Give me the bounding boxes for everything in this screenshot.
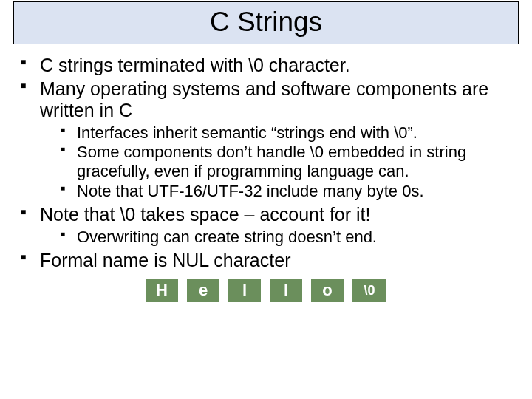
bullet-2-text: Many operating systems and software comp… <box>40 78 488 121</box>
bullet-3-sublist: Overwriting can create string doesn’t en… <box>40 228 519 247</box>
string-array: H e l l o \0 <box>13 279 519 302</box>
slide-content: C strings terminated with \0 character. … <box>13 55 519 302</box>
string-cell-4: o <box>311 279 344 302</box>
bullet-3-sub-1: Overwriting can create string doesn’t en… <box>61 228 519 247</box>
string-cell-2: l <box>228 279 261 302</box>
string-cell-1: e <box>187 279 219 302</box>
bullet-2-sub-1: Interfaces inherit semantic “strings end… <box>61 123 519 143</box>
bullet-2: Many operating systems and software comp… <box>21 78 519 202</box>
slide: C Strings C strings terminated with \0 c… <box>0 1 532 399</box>
bullet-2-sub-2: Some components don’t handle \0 embedded… <box>61 143 519 181</box>
slide-title: C Strings <box>14 7 518 38</box>
bullet-3: Note that \0 takes space – account for i… <box>21 204 519 246</box>
bullet-2-sub-3: Note that UTF-16/UTF-32 include many byt… <box>61 182 519 201</box>
bullet-2-sublist: Interfaces inherit semantic “strings end… <box>40 123 519 202</box>
bullet-4: Formal name is NUL character <box>21 250 519 272</box>
bullet-list: C strings terminated with \0 character. … <box>13 55 519 271</box>
bullet-3-text: Note that \0 takes space – account for i… <box>40 204 370 225</box>
title-box: C Strings <box>13 1 519 44</box>
string-cell-3: l <box>270 279 302 302</box>
string-cell-0: H <box>146 279 178 302</box>
bullet-1: C strings terminated with \0 character. <box>21 55 519 77</box>
string-cell-nul: \0 <box>352 279 386 302</box>
